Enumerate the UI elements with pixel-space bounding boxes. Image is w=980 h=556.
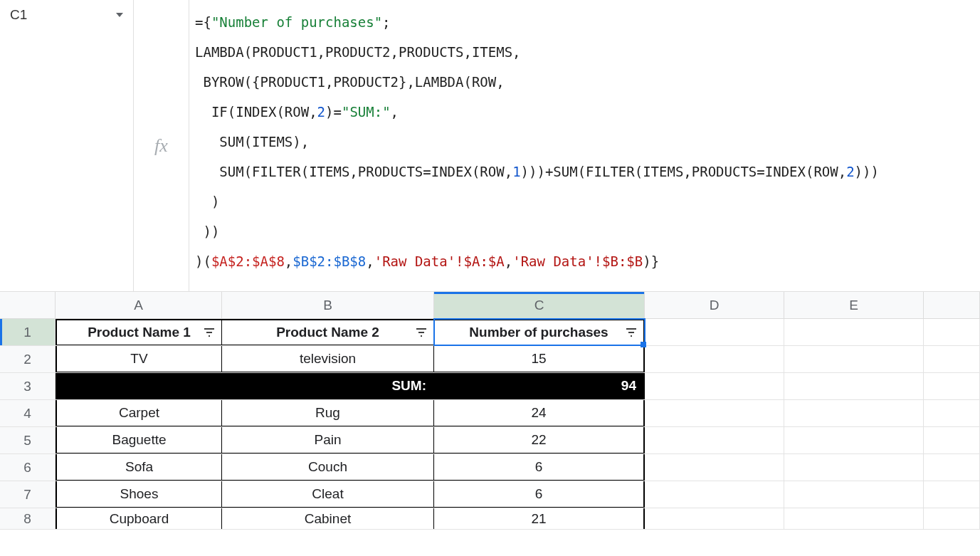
chevron-down-icon	[116, 13, 123, 17]
cell-A5[interactable]: Baguette	[56, 427, 222, 453]
column-header-C[interactable]: C	[434, 292, 645, 318]
header-B: Product Name 2	[276, 325, 379, 340]
column-header-E[interactable]: E	[784, 292, 924, 318]
cell-E4[interactable]	[784, 400, 924, 426]
cell-E2[interactable]	[784, 346, 924, 372]
cell-E8[interactable]	[784, 508, 924, 529]
cell-A1[interactable]: Product Name 1	[56, 319, 222, 345]
cell-D2[interactable]	[645, 346, 784, 372]
cell-extra-4[interactable]	[924, 400, 980, 426]
row-4: 4 Carpet Rug 24	[0, 400, 980, 427]
row-2: 2 TV television 15	[0, 346, 980, 373]
filter-icon[interactable]	[203, 326, 216, 339]
name-box-value: C1	[6, 7, 116, 23]
column-header-A[interactable]: A	[56, 292, 222, 318]
cell-E7[interactable]	[784, 481, 924, 508]
row-header-2[interactable]: 2	[0, 346, 56, 372]
cell-D4[interactable]	[645, 400, 784, 426]
row-7: 7 Shoes Cleat 6	[0, 481, 980, 508]
cell-extra-7[interactable]	[924, 481, 980, 508]
filter-icon[interactable]	[415, 326, 428, 339]
cell-E5[interactable]	[784, 427, 924, 453]
cell-D1[interactable]	[645, 319, 784, 345]
cell-C8[interactable]: 21	[434, 508, 645, 529]
cell-C4[interactable]: 24	[434, 400, 645, 426]
cell-B4[interactable]: Rug	[222, 400, 434, 426]
formula-bar-row: C1 fx ={"Number of purchases"; LAMBDA(PR…	[0, 0, 980, 292]
row-header-5[interactable]: 5	[0, 427, 56, 453]
cell-B6[interactable]: Couch	[222, 454, 434, 481]
cell-C5[interactable]: 22	[434, 427, 645, 453]
cell-D6[interactable]	[645, 454, 784, 481]
cell-D3[interactable]	[645, 373, 784, 399]
header-A: Product Name 1	[88, 325, 191, 340]
filter-icon[interactable]	[625, 326, 638, 339]
cell-extra-5[interactable]	[924, 427, 980, 453]
select-all-corner[interactable]	[0, 292, 56, 318]
cell-B7[interactable]: Cleat	[222, 481, 434, 508]
name-box-container: C1	[0, 0, 134, 291]
row-3: 3 SUM: 94	[0, 373, 980, 400]
cell-A2[interactable]: TV	[56, 346, 222, 372]
cell-A8[interactable]: Cupboard	[56, 508, 222, 529]
formula-content: ={"Number of purchases"; LAMBDA(PRODUCT1…	[195, 7, 974, 276]
cell-A3[interactable]	[56, 373, 222, 399]
cell-C1[interactable]: Number of purchases	[434, 319, 645, 345]
cell-D5[interactable]	[645, 427, 784, 453]
column-header-B[interactable]: B	[222, 292, 434, 318]
cell-B5[interactable]: Pain	[222, 427, 434, 453]
column-header-extra[interactable]	[924, 292, 980, 318]
row-header-8[interactable]: 8	[0, 508, 56, 529]
cell-B3[interactable]: SUM:	[222, 373, 434, 399]
cell-E3[interactable]	[784, 373, 924, 399]
cell-extra-2[interactable]	[924, 346, 980, 372]
row-header-3[interactable]: 3	[0, 373, 56, 399]
cell-B8[interactable]: Cabinet	[222, 508, 434, 529]
cell-extra-8[interactable]	[924, 508, 980, 529]
cell-C7[interactable]: 6	[434, 481, 645, 508]
row-header-4[interactable]: 4	[0, 400, 56, 426]
row-header-1[interactable]: 1	[0, 319, 56, 345]
cell-C3[interactable]: 94	[434, 373, 645, 399]
row-6: 6 Sofa Couch 6	[0, 454, 980, 481]
formula-bar[interactable]: ={"Number of purchases"; LAMBDA(PRODUCT1…	[189, 0, 980, 291]
row-header-7[interactable]: 7	[0, 481, 56, 508]
row-8: 8 Cupboard Cabinet 21	[0, 508, 980, 530]
row-5: 5 Baguette Pain 22	[0, 427, 980, 454]
cell-B1[interactable]: Product Name 2	[222, 319, 434, 345]
spreadsheet-grid: A B C D E 1 Product Name 1 Product Name …	[0, 292, 980, 530]
cell-C2[interactable]: 15	[434, 346, 645, 372]
cell-D8[interactable]	[645, 508, 784, 529]
cell-A6[interactable]: Sofa	[56, 454, 222, 481]
cell-D7[interactable]	[645, 481, 784, 508]
cell-A4[interactable]: Carpet	[56, 400, 222, 426]
selection-handle[interactable]	[641, 342, 646, 347]
cell-E6[interactable]	[784, 454, 924, 481]
row-header-6[interactable]: 6	[0, 454, 56, 481]
cell-extra-6[interactable]	[924, 454, 980, 481]
row-1: 1 Product Name 1 Product Name 2 Number o…	[0, 319, 980, 346]
header-C: Number of purchases	[469, 325, 608, 340]
name-box[interactable]: C1	[6, 7, 127, 23]
cell-B2[interactable]: television	[222, 346, 434, 372]
column-header-row: A B C D E	[0, 292, 980, 319]
cell-E1[interactable]	[784, 319, 924, 345]
cell-extra-1[interactable]	[924, 319, 980, 345]
cell-C6[interactable]: 6	[434, 454, 645, 481]
column-header-D[interactable]: D	[645, 292, 784, 318]
cell-extra-3[interactable]	[924, 373, 980, 399]
fx-label: fx	[134, 0, 189, 291]
cell-A7[interactable]: Shoes	[56, 481, 222, 508]
